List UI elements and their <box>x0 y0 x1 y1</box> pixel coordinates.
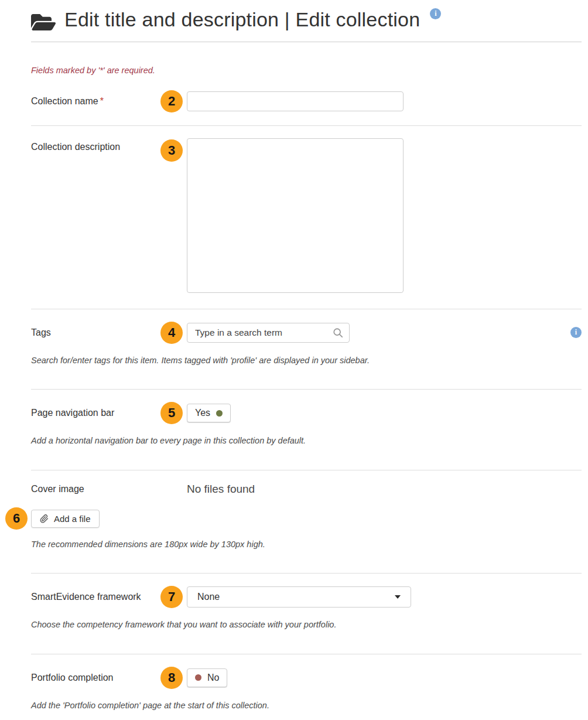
tags-help-text: Search for/enter tags for this item. Ite… <box>31 356 582 365</box>
folder-open-icon <box>31 11 56 33</box>
step-badge-4: 4 <box>160 322 183 344</box>
no-files-found-text: No files found <box>187 483 255 496</box>
page-navigation-label: Page navigation bar <box>31 408 160 418</box>
step-badge-2: 2 <box>160 90 183 112</box>
portfolio-completion-toggle[interactable]: No <box>187 668 227 687</box>
smartevidence-row: SmartEvidence framework 7 None Choose th… <box>31 574 582 654</box>
step-badge-7: 7 <box>160 586 183 608</box>
page-header: Edit title and description | Edit collec… <box>31 0 582 42</box>
collection-description-row: Collection description 3 <box>31 126 582 309</box>
info-icon[interactable]: i <box>430 8 441 19</box>
tags-search-input[interactable] <box>187 323 350 343</box>
collection-description-label: Collection description <box>31 142 160 152</box>
cover-image-help-text: The recommended dimensions are 180px wid… <box>31 540 582 549</box>
portfolio-completion-row: Portfolio completion 8 No Add the 'Portf… <box>31 654 582 720</box>
paperclip-icon <box>40 514 49 523</box>
smartevidence-select[interactable]: None <box>187 586 411 608</box>
collection-name-input[interactable] <box>187 91 404 111</box>
collection-description-textarea[interactable] <box>187 138 404 293</box>
collection-name-row: Collection name* 2 <box>31 81 582 126</box>
step-badge-8: 8 <box>160 667 183 689</box>
page-navigation-toggle[interactable]: Yes <box>187 404 231 422</box>
add-file-button-label: Add a file <box>54 514 91 524</box>
add-file-button[interactable]: Add a file <box>31 510 100 528</box>
tags-label: Tags <box>31 327 160 338</box>
smartevidence-label: SmartEvidence framework <box>31 592 160 602</box>
step-badge-6: 6 <box>5 507 28 530</box>
tags-info-icon[interactable]: i <box>570 327 582 338</box>
required-asterisk: * <box>100 96 104 106</box>
portfolio-completion-label: Portfolio completion <box>31 673 160 683</box>
toggle-off-dot <box>195 674 201 681</box>
required-fields-note: Fields marked by '*' are required. <box>31 66 582 75</box>
search-icon <box>333 327 343 338</box>
toggle-on-dot <box>216 410 223 417</box>
cover-image-row: Cover image No files found 6 Add a file … <box>31 470 582 574</box>
step-badge-3: 3 <box>160 139 183 162</box>
smartevidence-selected-value: None <box>197 592 220 602</box>
page-navigation-toggle-label: Yes <box>195 408 210 418</box>
step-badge-5: 5 <box>160 402 183 424</box>
page-title: Edit title and description | Edit collec… <box>64 6 420 34</box>
page-navigation-row: Page navigation bar 5 Yes Add a horizont… <box>31 390 582 470</box>
smartevidence-help-text: Choose the competency framework that you… <box>31 620 582 629</box>
collection-name-label: Collection name* <box>31 96 160 107</box>
page-navigation-help-text: Add a horizontal navigation bar to every… <box>31 436 582 445</box>
portfolio-completion-help-text: Add the 'Portfolio completion' page at t… <box>31 701 582 710</box>
portfolio-completion-toggle-label: No <box>207 673 219 683</box>
edit-collection-page: Edit title and description | Edit collec… <box>0 0 588 720</box>
chevron-down-icon <box>395 595 401 599</box>
tags-row: Tags 4 i Search for/enter tags for this … <box>31 309 582 390</box>
tags-search-wrap <box>187 323 350 343</box>
cover-image-label: Cover image <box>31 484 187 494</box>
